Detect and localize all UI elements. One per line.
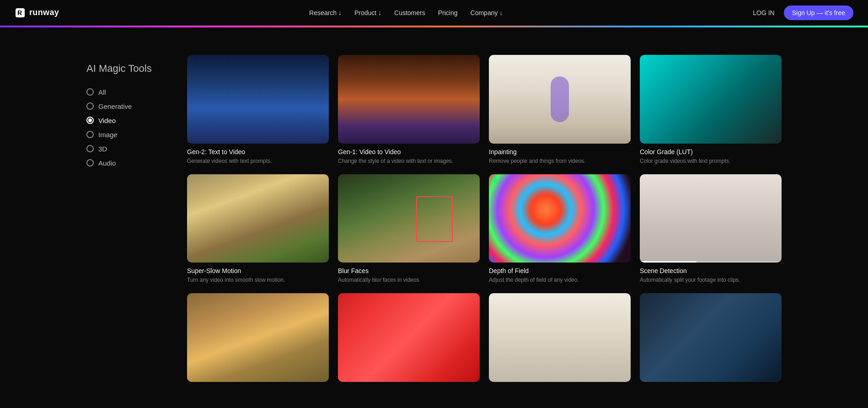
brand-name: runway: [29, 8, 59, 17]
tool-thumb-dof: [489, 174, 631, 263]
tool-card-gen2[interactable]: Gen-2: Text to Video Generate videos wit…: [187, 55, 329, 165]
tool-name-blurfaces: Blur Faces: [338, 267, 480, 274]
signup-button[interactable]: Sign Up — it's free: [784, 5, 853, 20]
filter-generative[interactable]: Generative: [86, 102, 169, 110]
inpaint-overlay: [551, 76, 569, 122]
filter-image[interactable]: Image: [86, 131, 169, 139]
main-content: AI Magic Tools All Generative Video Imag…: [68, 0, 800, 387]
radio-outer-3d: [86, 145, 94, 152]
tool-thumb-inpaint: [489, 55, 631, 144]
tool-desc-slowmo: Turn any video into smooth slow motion.: [187, 276, 329, 284]
tool-thumb-colorgrade: [640, 55, 782, 144]
nav-link-product[interactable]: Product ↓: [354, 9, 381, 16]
filter-label-3d: 3D: [98, 145, 107, 153]
tool-desc-gen1: Change the style of a video with text or…: [338, 157, 480, 165]
tool-thumb-slowmo: [187, 174, 329, 263]
radio-outer-image: [86, 131, 94, 138]
tool-desc-inpaint: Remove people and things from videos.: [489, 157, 631, 165]
runway-logo-icon: [15, 7, 26, 18]
tool-name-dof: Depth of Field: [489, 267, 631, 274]
tool-name-slowmo: Super-Slow Motion: [187, 267, 329, 274]
tool-card-inpaint[interactable]: Inpainting Remove people and things from…: [489, 55, 631, 165]
tool-card-bottom4[interactable]: [640, 293, 782, 387]
gradient-bar: [0, 26, 868, 27]
tool-thumb-gen2: [187, 55, 329, 144]
scene-progress: [640, 261, 782, 263]
filter-list: All Generative Video Image 3D Audio: [86, 88, 169, 167]
tool-thumb-scenedetect: [640, 174, 782, 263]
tool-desc-gen2: Generate videos with text prompts.: [187, 157, 329, 165]
radio-outer-video: [86, 117, 94, 124]
tool-card-bottom1[interactable]: [187, 293, 329, 387]
filter-all[interactable]: All: [86, 88, 169, 96]
tool-name-gen1: Gen-1: Video to Video: [338, 148, 480, 156]
nav-link-company[interactable]: Company ↓: [471, 9, 503, 16]
tool-desc-dof: Adjust the depth of field of any video.: [489, 276, 631, 284]
tool-name-scenedetect: Scene Detection: [640, 267, 782, 274]
filter-video[interactable]: Video: [86, 117, 169, 124]
tools-grid-section: Gen-2: Text to Video Generate videos wit…: [169, 37, 782, 387]
nav-right: LOG IN Sign Up — it's free: [753, 5, 853, 20]
tool-name-inpaint: Inpainting: [489, 148, 631, 156]
tool-thumb-blurfaces: [338, 174, 480, 263]
tool-name-gen2: Gen-2: Text to Video: [187, 148, 329, 156]
tool-desc-scenedetect: Automatically split your footage into cl…: [640, 276, 782, 284]
filter-label-video: Video: [98, 117, 116, 124]
tool-card-bottom3[interactable]: [489, 293, 631, 387]
tool-card-gen1[interactable]: Gen-1: Video to Video Change the style o…: [338, 55, 480, 165]
radio-outer-all: [86, 88, 94, 96]
filter-audio[interactable]: Audio: [86, 159, 169, 167]
tool-card-scenedetect[interactable]: Scene Detection Automatically split your…: [640, 174, 782, 285]
tool-card-colorgrade[interactable]: Color Grade (LUT) Color grade videos wit…: [640, 55, 782, 165]
login-button[interactable]: LOG IN: [753, 9, 774, 16]
sidebar: AI Magic Tools All Generative Video Imag…: [86, 37, 169, 387]
tool-thumb-bottom2: [338, 293, 480, 382]
radio-outer-audio: [86, 159, 94, 166]
tool-name-colorgrade: Color Grade (LUT): [640, 148, 782, 156]
radio-outer-generative: [86, 102, 94, 110]
tool-desc-blurfaces: Automatically blur faces in videos: [338, 276, 480, 284]
tool-thumb-bottom1: [187, 293, 329, 382]
tool-card-dof[interactable]: Depth of Field Adjust the depth of field…: [489, 174, 631, 285]
nav-link-research[interactable]: Research ↓: [309, 9, 342, 16]
tool-card-slowmo[interactable]: Super-Slow Motion Turn any video into sm…: [187, 174, 329, 285]
filter-label-generative: Generative: [98, 102, 132, 110]
green-indicator: [493, 178, 497, 183]
tool-thumb-bottom4: [640, 293, 782, 382]
main-nav: runway Research ↓Product ↓CustomersPrici…: [0, 0, 868, 26]
filter-label-audio: Audio: [98, 159, 116, 167]
tool-desc-colorgrade: Color grade videos with text prompts.: [640, 157, 782, 165]
tool-card-bottom2[interactable]: [338, 293, 480, 387]
filter-label-image: Image: [98, 131, 118, 139]
filter-3d[interactable]: 3D: [86, 145, 169, 153]
face-detection-box: [416, 196, 453, 242]
tool-thumb-gen1: [338, 55, 480, 144]
page-title: AI Magic Tools: [86, 62, 169, 75]
nav-links: Research ↓Product ↓CustomersPricingCompa…: [309, 9, 503, 16]
nav-link-pricing[interactable]: Pricing: [438, 9, 458, 16]
nav-link-customers[interactable]: Customers: [394, 9, 425, 16]
tool-thumb-bottom3: [489, 293, 631, 382]
tool-card-blurfaces[interactable]: Blur Faces Automatically blur faces in v…: [338, 174, 480, 285]
tools-grid: Gen-2: Text to Video Generate videos wit…: [187, 55, 782, 387]
filter-label-all: All: [98, 88, 106, 96]
brand-logo[interactable]: runway: [15, 7, 59, 18]
